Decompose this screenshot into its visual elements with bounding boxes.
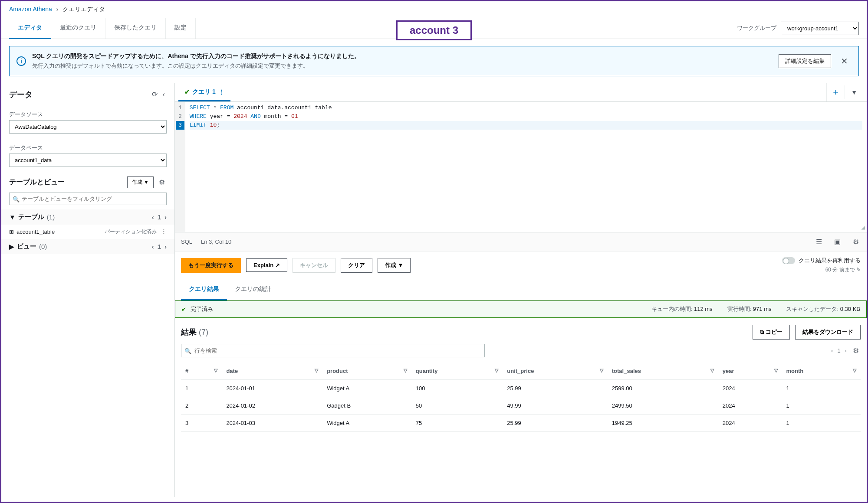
- database-select[interactable]: account1_data: [9, 154, 167, 167]
- kebab-icon[interactable]: ⋮: [161, 228, 167, 235]
- filter-tables-input[interactable]: [9, 193, 167, 205]
- results-settings-icon[interactable]: [851, 345, 861, 356]
- tab-recent[interactable]: 最近のクエリ: [51, 18, 105, 39]
- results-table: #▽date▽product▽quantity▽unit_price▽total…: [181, 363, 861, 432]
- table-cell: 2024: [718, 397, 782, 415]
- success-icon: ✔: [181, 306, 186, 313]
- table-cell: Widget A: [322, 415, 411, 432]
- editor-language: SQL: [181, 238, 192, 245]
- table-row[interactable]: 22024-01-02Gadget B5049.992499.5020241: [181, 397, 861, 415]
- reuse-results-toggle[interactable]: [782, 257, 795, 264]
- info-banner: i SQL クエリの開発をスピードアップするために、Athena で先行入力のコ…: [9, 46, 859, 76]
- info-icon: i: [16, 56, 26, 66]
- explain-button[interactable]: Explain ↗: [246, 258, 287, 272]
- table-cell: 2024-01-03: [222, 415, 322, 432]
- line-number: 3: [176, 121, 184, 130]
- database-label: データベース: [9, 144, 167, 152]
- table-cell: 49.99: [503, 397, 607, 415]
- editor-settings-icon[interactable]: [851, 236, 861, 248]
- run-button[interactable]: もう一度実行する: [181, 258, 241, 273]
- tables-next-icon[interactable]: ›: [164, 213, 167, 221]
- table-cell: 1949.25: [608, 415, 718, 432]
- table-cell: 25.99: [503, 380, 607, 397]
- table-cell: 50: [411, 397, 503, 415]
- table-cell: Widget A: [322, 380, 411, 397]
- query-tab-menu-icon[interactable]: ⋮: [218, 88, 224, 95]
- table-cell: 2024-01-02: [222, 397, 322, 415]
- table-cell: 2024-01-01: [222, 380, 322, 397]
- breadcrumb-service[interactable]: Amazon Athena: [9, 6, 52, 13]
- query-status-bar: ✔ 完了済み キュー内の時間: 112 ms 実行時間: 971 ms スキャン…: [175, 300, 867, 318]
- sql-editor[interactable]: 123 SELECT * FROM account1_data.account1…: [175, 102, 867, 232]
- collapse-icon[interactable]: ‹: [161, 89, 167, 100]
- tables-prev-icon[interactable]: ‹: [152, 213, 154, 221]
- breadcrumb-page: クエリエディタ: [62, 6, 105, 13]
- results-next-icon[interactable]: ›: [845, 347, 847, 354]
- editor-cursor-pos: Ln 3, Col 10: [201, 238, 231, 245]
- banner-title: SQL クエリの開発をスピードアップするために、Athena で先行入力のコード…: [32, 52, 773, 60]
- code-line[interactable]: LIMIT 10;: [190, 121, 862, 130]
- clear-button[interactable]: クリア: [341, 258, 372, 273]
- refresh-icon[interactable]: ⟳: [150, 88, 159, 100]
- download-button[interactable]: 結果をダウンロード: [795, 325, 861, 340]
- table-cell: 2599.00: [608, 380, 718, 397]
- table-cell: 3: [181, 415, 222, 432]
- column-header[interactable]: #▽: [181, 363, 222, 380]
- column-header[interactable]: product▽: [322, 363, 411, 380]
- table-cell: 2499.50: [608, 397, 718, 415]
- line-number: 2: [178, 112, 182, 121]
- table-cell: 1: [181, 380, 222, 397]
- check-icon: ✔: [184, 88, 190, 95]
- workgroup-label: ワークグループ: [737, 24, 776, 32]
- create-table-button[interactable]: 作成 ▼: [127, 176, 154, 188]
- table-cell: 1: [782, 380, 861, 397]
- banner-edit-button[interactable]: 詳細設定を編集: [779, 54, 831, 68]
- reuse-results-sub[interactable]: 60 分 前まで ✎: [825, 266, 861, 274]
- column-header[interactable]: total_sales▽: [608, 363, 718, 380]
- add-query-tab-icon[interactable]: +: [826, 83, 845, 101]
- code-line[interactable]: SELECT * FROM account1_data.account1_tab…: [190, 104, 862, 112]
- create-button[interactable]: 作成 ▼: [378, 258, 411, 273]
- table-item[interactable]: ⊞ account1_table パーティション化済み ⋮: [1, 225, 174, 239]
- workgroup-select[interactable]: workgroup-account1: [781, 22, 859, 35]
- column-header[interactable]: month▽: [782, 363, 861, 380]
- table-cell: 1: [782, 397, 861, 415]
- table-cell: Gadget B: [322, 397, 411, 415]
- search-icon: 🔍: [184, 347, 191, 354]
- tab-editor[interactable]: エディタ: [9, 18, 51, 39]
- results-tab-stats[interactable]: クエリの統計: [227, 279, 279, 300]
- results-search-input[interactable]: [181, 344, 485, 357]
- table-row[interactable]: 32024-01-03Widget A7525.991949.2520241: [181, 415, 861, 432]
- cancel-button: キャンセル: [293, 258, 335, 273]
- results-page: 1: [837, 347, 840, 354]
- code-line[interactable]: WHERE year = 2024 AND month = 01: [190, 112, 862, 121]
- query-tab-1[interactable]: ✔ クエリ 1 ⋮: [178, 84, 230, 101]
- data-panel: データ ⟳ ‹ データソース AwsDataCatalog データベース acc…: [1, 83, 175, 497]
- copy-button[interactable]: ⧉ コピー: [753, 325, 790, 340]
- status-label: 完了済み: [191, 305, 213, 313]
- results-tab-results[interactable]: クエリ結果: [181, 279, 227, 300]
- table-row[interactable]: 12024-01-01Widget A10025.992599.0020241: [181, 380, 861, 397]
- results-prev-icon[interactable]: ‹: [831, 347, 833, 354]
- column-header[interactable]: unit_price▽: [503, 363, 607, 380]
- tables-views-heading: テーブルとビュー: [9, 178, 65, 187]
- column-header[interactable]: quantity▽: [411, 363, 503, 380]
- views-header[interactable]: ▶ ビュー (0) ‹1›: [1, 239, 174, 254]
- tab-saved[interactable]: 保存したクエリ: [105, 18, 166, 39]
- column-header[interactable]: year▽: [718, 363, 782, 380]
- datasource-select[interactable]: AwsDataCatalog: [9, 120, 167, 134]
- table-cell: 2024: [718, 415, 782, 432]
- tab-settings[interactable]: 設定: [166, 18, 196, 39]
- layout-icon[interactable]: ▣: [832, 236, 842, 248]
- views-next-icon[interactable]: ›: [164, 243, 167, 250]
- format-icon[interactable]: ☰: [814, 236, 824, 248]
- gear-icon[interactable]: [157, 176, 167, 188]
- query-tabs-menu-icon[interactable]: ▼: [845, 85, 863, 99]
- views-prev-icon[interactable]: ‹: [152, 243, 154, 250]
- resize-handle-icon[interactable]: ◢: [861, 224, 865, 231]
- tables-header[interactable]: ▼ テーブル (1) ‹1›: [1, 209, 174, 225]
- table-cell: 25.99: [503, 415, 607, 432]
- column-header[interactable]: date▽: [222, 363, 322, 380]
- main-tabs: エディタ 最近のクエリ 保存したクエリ 設定: [9, 18, 196, 39]
- banner-close-icon[interactable]: ✕: [837, 56, 852, 66]
